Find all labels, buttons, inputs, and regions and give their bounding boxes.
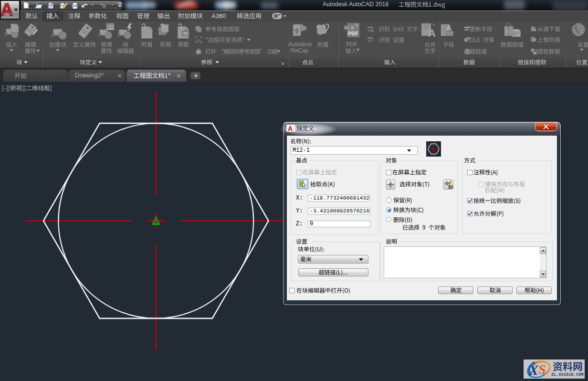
- svg-text:A: A: [428, 27, 436, 39]
- svg-text:A: A: [371, 28, 374, 32]
- svg-text:A: A: [0, 0, 13, 20]
- svg-text:PDF: PDF: [348, 31, 358, 36]
- svg-text:S: S: [538, 362, 546, 377]
- svg-text:PDF: PDF: [368, 37, 373, 40]
- svg-text:A: A: [288, 125, 293, 132]
- svg-text:X: X: [528, 362, 539, 378]
- svg-text:(x): (x): [197, 39, 200, 42]
